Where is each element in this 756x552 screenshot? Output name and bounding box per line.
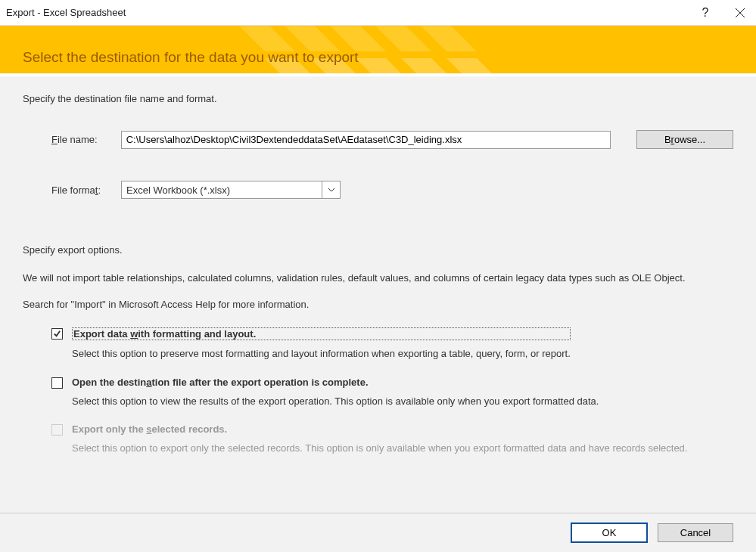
dialog-footer: OK Cancel <box>0 513 756 552</box>
export-options-heading: Specify export options. <box>23 243 733 259</box>
option-selected-records-label: Export only the selected records. <box>72 423 687 435</box>
option-selected-records-desc: Select this option to export only the se… <box>72 441 687 456</box>
ok-button[interactable]: OK <box>571 523 647 542</box>
svg-marker-9 <box>446 58 499 75</box>
file-format-select[interactable]: Excel Workbook (*.xlsx) <box>121 181 341 199</box>
cancel-button[interactable]: Cancel <box>658 523 733 542</box>
option-formatting-desc: Select this option to preserve most form… <box>72 346 571 361</box>
main-content: Specify the destination file name and fo… <box>0 76 756 464</box>
option-selected-records-checkbox <box>51 424 63 436</box>
option-open-after-row: Open the destination file after the expo… <box>51 377 733 409</box>
titlebar-controls: ? <box>698 6 747 20</box>
search-help-note: Search for "Import" in Microsoft Access … <box>23 297 733 313</box>
svg-marker-7 <box>356 58 409 75</box>
option-open-after-desc: Select this option to view the results o… <box>72 394 599 409</box>
import-note: We will not import table relationships, … <box>23 271 733 287</box>
file-name-row: File name: Browse... <box>51 130 733 149</box>
titlebar: Export - Excel Spreadsheet ? <box>0 0 756 26</box>
browse-button[interactable]: Browse... <box>636 130 733 149</box>
svg-marker-0 <box>235 26 295 51</box>
chevron-down-icon <box>322 181 340 198</box>
file-format-value: Excel Workbook (*.xlsx) <box>122 181 322 198</box>
file-name-input[interactable] <box>121 131 611 149</box>
option-open-after-label[interactable]: Open the destination file after the expo… <box>72 377 599 388</box>
option-formatting-row: Export data with formatting and layout. … <box>51 327 733 361</box>
option-formatting-checkbox[interactable] <box>51 328 63 340</box>
svg-marker-8 <box>401 58 454 75</box>
destination-heading: Specify the destination file name and fo… <box>23 93 733 104</box>
file-format-label: File format: <box>51 185 121 196</box>
help-button[interactable]: ? <box>698 6 712 20</box>
close-button[interactable] <box>733 6 747 20</box>
option-open-after-checkbox[interactable] <box>51 377 63 389</box>
option-formatting-label[interactable]: Export data with formatting and layout. <box>72 327 571 340</box>
banner-heading: Select the destination for the data you … <box>23 49 359 66</box>
banner-decoration <box>235 26 552 51</box>
option-selected-records-row: Export only the selected records. Select… <box>51 423 733 456</box>
banner: Select the destination for the data you … <box>0 26 756 75</box>
window-title: Export - Excel Spreadsheet <box>6 7 698 18</box>
file-format-row: File format: Excel Workbook (*.xlsx) <box>51 181 733 199</box>
file-name-label: File name: <box>51 134 121 145</box>
